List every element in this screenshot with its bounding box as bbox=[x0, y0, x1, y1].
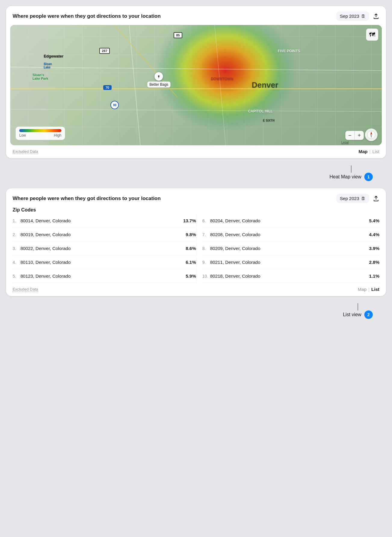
zip-row-4-left: 4. 80110, Denver, Colorado bbox=[13, 260, 71, 265]
shield-287-label: 287 bbox=[99, 48, 110, 54]
zip-row-6-left: 6. 80204, Denver, Colorado bbox=[202, 218, 261, 223]
zip-pct-10: 1.1% bbox=[369, 273, 379, 279]
map-label-sloan-lake: SloanLake bbox=[44, 62, 52, 69]
listview-export-button[interactable] bbox=[373, 195, 379, 202]
zip-pct-4: 6.1% bbox=[186, 260, 196, 265]
zip-name-3: 80022, Denver, Colorado bbox=[20, 246, 71, 251]
shield-70-label: 70 bbox=[103, 85, 112, 90]
annotation-2-label: List view bbox=[343, 312, 361, 317]
zip-name-7: 80208, Denver, Colorado bbox=[210, 232, 261, 237]
zip-name-9: 80211, Denver, Colorado bbox=[210, 260, 261, 265]
shield-70: 70 bbox=[103, 85, 112, 90]
zip-row-1: 1. 80014, Denver, Colorado 13.7% bbox=[13, 214, 196, 228]
zip-row-8-left: 8. 80209, Denver, Colorado bbox=[202, 246, 261, 251]
heatmap-view-toggle: Map | List bbox=[359, 149, 379, 154]
heatmap-map-container: Edgewater SloanLake Sloan'sLake Park DOW… bbox=[10, 25, 382, 145]
listview-card: Where people were when they got directio… bbox=[6, 188, 386, 296]
zip-row-2: 2. 80019, Denver, Colorado 9.8% bbox=[13, 228, 196, 242]
annotation-2: List view 2 bbox=[343, 303, 373, 319]
zip-name-8: 80209, Denver, Colorado bbox=[210, 246, 261, 251]
zip-rank-8: 8. bbox=[202, 246, 209, 251]
map-style-button[interactable]: 🗺 bbox=[366, 29, 378, 41]
map-zoom-controls: − + bbox=[345, 131, 364, 140]
zip-row-10-left: 10. 80218, Denver, Colorado bbox=[202, 273, 261, 279]
zoom-out-button[interactable]: − bbox=[345, 131, 354, 140]
zip-rank-7: 7. bbox=[202, 232, 209, 237]
heatmap-card-footer: Excluded Data Map | List bbox=[6, 145, 386, 158]
map-label-edgewater: Edgewater bbox=[44, 54, 63, 58]
listview-toggle-divider: | bbox=[368, 287, 369, 292]
zip-row-9: 9. 80211, Denver, Colorado 2.8% bbox=[202, 255, 380, 269]
heatmap-header-controls: Sep 2023 🗓 bbox=[336, 11, 379, 21]
zip-pct-3: 8.6% bbox=[186, 246, 196, 251]
annotation-1-line bbox=[351, 165, 351, 173]
shield-85-label: 85 bbox=[174, 32, 182, 38]
zip-rank-1: 1. bbox=[13, 218, 19, 223]
zip-name-5: 80123, Denver, Colorado bbox=[20, 273, 71, 279]
legend-low-label: Low bbox=[19, 133, 26, 137]
listview-excluded-data[interactable]: Excluded Data bbox=[13, 287, 38, 292]
export-icon bbox=[373, 13, 379, 20]
zip-name-10: 80218, Denver, Colorado bbox=[210, 273, 261, 279]
listview-export-icon bbox=[373, 195, 379, 202]
listview-map-toggle[interactable]: Map bbox=[358, 287, 366, 292]
zip-rank-6: 6. bbox=[202, 218, 209, 223]
zip-row-6: 6. 80204, Denver, Colorado 5.4% bbox=[202, 214, 380, 228]
annotation-2-row: List view 2 bbox=[343, 310, 373, 319]
heatmap-export-button[interactable] bbox=[373, 13, 379, 20]
location-marker: Better Bags bbox=[147, 72, 171, 88]
map-compass bbox=[365, 128, 378, 141]
annotation-2-container: List view 2 bbox=[6, 303, 386, 319]
heatmap-date-label: Sep 2023 bbox=[340, 14, 359, 19]
shield-88-label: 88 bbox=[110, 101, 119, 109]
map-legal-link[interactable]: Legal bbox=[341, 141, 349, 144]
zip-pct-8: 3.9% bbox=[369, 246, 379, 251]
legend-bar bbox=[19, 129, 61, 132]
calendar-icon: 🗓 bbox=[361, 14, 366, 19]
zip-row-7-left: 7. 80208, Denver, Colorado bbox=[202, 232, 261, 237]
listview-view-toggle: Map | List bbox=[358, 287, 379, 292]
listview-list-toggle[interactable]: List bbox=[371, 287, 379, 292]
zip-codes-section: Zip Codes 1. 80014, Denver, Colorado 13.… bbox=[6, 207, 386, 283]
heatmap-card-title: Where people were when they got directio… bbox=[13, 13, 161, 19]
zip-rank-10: 10. bbox=[202, 274, 209, 279]
annotation-1-container: Heat Map view 1 bbox=[6, 165, 386, 181]
zip-row-5: 5. 80123, Denver, Colorado 5.9% bbox=[13, 269, 196, 283]
zoom-in-button[interactable]: + bbox=[355, 131, 364, 140]
zip-row-1-left: 1. 80014, Denver, Colorado bbox=[13, 218, 71, 223]
zip-rank-3: 3. bbox=[13, 246, 19, 251]
zip-name-2: 80019, Denver, Colorado bbox=[20, 232, 71, 237]
map-label-e-sixth: E SIXTH bbox=[263, 119, 275, 122]
heatmap-map-toggle[interactable]: Map bbox=[359, 149, 368, 154]
marker-label: Better Bags bbox=[147, 82, 171, 88]
listview-date-button[interactable]: Sep 2023 🗓 bbox=[336, 194, 369, 203]
zip-pct-9: 2.8% bbox=[369, 260, 379, 265]
heatmap-date-button[interactable]: Sep 2023 🗓 bbox=[336, 11, 369, 21]
listview-header-controls: Sep 2023 🗓 bbox=[336, 194, 379, 203]
zip-row-8: 8. 80209, Denver, Colorado 3.9% bbox=[202, 242, 380, 255]
shield-88: 88 bbox=[110, 101, 119, 109]
zip-pct-2: 9.8% bbox=[186, 232, 196, 237]
listview-card-title: Where people were when they got directio… bbox=[13, 196, 161, 202]
zip-right-column: 6. 80204, Denver, Colorado 5.4% 7. 80208… bbox=[196, 214, 380, 283]
listview-date-label: Sep 2023 bbox=[340, 196, 359, 201]
heat-overlay bbox=[10, 25, 382, 145]
legend-labels: Low High bbox=[19, 133, 61, 137]
heatmap-excluded-data[interactable]: Excluded Data bbox=[13, 149, 38, 154]
zip-codes-title: Zip Codes bbox=[13, 207, 379, 213]
map-label-sloans-lake-park: Sloan'sLake Park bbox=[32, 73, 48, 80]
heatmap-card: Where people were when they got directio… bbox=[6, 6, 386, 158]
zip-row-9-left: 9. 80211, Denver, Colorado bbox=[202, 260, 261, 265]
zip-rank-5: 5. bbox=[13, 274, 19, 279]
pin-icon bbox=[157, 74, 161, 79]
heatmap-list-toggle[interactable]: List bbox=[372, 149, 379, 154]
zip-row-3: 3. 80022, Denver, Colorado 8.6% bbox=[13, 242, 196, 255]
zip-rank-4: 4. bbox=[13, 260, 19, 265]
zip-name-1: 80014, Denver, Colorado bbox=[20, 218, 71, 223]
zip-row-10: 10. 80218, Denver, Colorado 1.1% bbox=[202, 269, 380, 283]
map-label-downtown: DOWNTOWN bbox=[211, 77, 233, 81]
zip-pct-5: 5.9% bbox=[186, 273, 196, 279]
shield-287: 287 bbox=[99, 48, 110, 54]
shield-85: 85 bbox=[174, 32, 182, 38]
annotation-1-label: Heat Map view bbox=[329, 174, 361, 180]
